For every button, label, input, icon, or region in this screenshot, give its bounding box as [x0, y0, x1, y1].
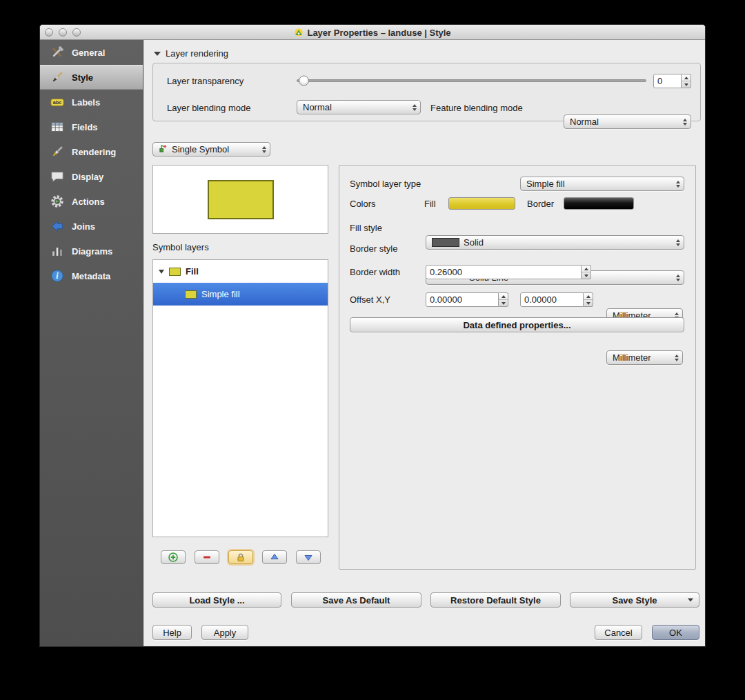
offset-y-value: 0.00000: [524, 294, 557, 305]
screen: Layer Properties – landuse | Style Gener…: [0, 0, 745, 700]
move-down-button[interactable]: [296, 550, 321, 564]
sidebar-item-label: General: [72, 48, 105, 58]
fill-style-label: Fill style: [350, 223, 382, 233]
actions-gear-icon: [48, 193, 66, 210]
data-defined-properties-label: Data defined properties...: [463, 320, 570, 330]
sidebar-item-rendering[interactable]: Rendering: [40, 139, 143, 164]
apply-button[interactable]: Apply: [201, 625, 248, 640]
sidebar-item-style[interactable]: Style: [40, 65, 143, 90]
spin-down-button[interactable]: [499, 300, 508, 306]
symbol-layer-type-value: Simple fill: [526, 179, 565, 189]
select-arrows-icon: [683, 119, 687, 126]
sidebar-item-label: Metadata: [72, 271, 110, 281]
save-style-dropdown-icon[interactable]: [688, 599, 693, 602]
layer-rendering-title: Layer rendering: [166, 48, 228, 59]
symbol-preview-square: [208, 180, 274, 219]
symbol-layers-tree: Fill Simple fill: [152, 259, 328, 537]
cancel-button[interactable]: Cancel: [595, 625, 642, 640]
sidebar-item-label: Actions: [72, 197, 105, 207]
border-width-value: 0.26000: [430, 267, 462, 277]
select-arrows-icon: [676, 239, 680, 246]
colors-label: Colors: [350, 199, 376, 209]
border-style-label: Border style: [350, 243, 397, 254]
sidebar-item-diagrams[interactable]: Diagrams: [40, 239, 143, 263]
collapse-triangle-icon[interactable]: [154, 52, 161, 56]
offset-label: Offset X,Y: [350, 294, 390, 305]
spin-up-button[interactable]: [584, 293, 593, 300]
select-arrows-icon: [413, 104, 417, 111]
lock-color-button[interactable]: [228, 550, 253, 564]
move-up-button[interactable]: [262, 550, 287, 564]
titlebar[interactable]: Layer Properties – landuse | Style: [40, 25, 705, 40]
layer-rendering-header: Layer rendering: [154, 48, 228, 59]
spin-up-button[interactable]: [582, 266, 590, 272]
fill-style-select[interactable]: Solid: [426, 235, 684, 250]
joins-arrow-icon: [48, 218, 66, 234]
spin-down-button[interactable]: [582, 272, 590, 279]
single-symbol-icon: [159, 144, 168, 155]
renderer-select[interactable]: Single Symbol: [152, 142, 270, 157]
content: Layer rendering Layer transparency 0 La: [143, 40, 705, 646]
data-defined-properties-button[interactable]: Data defined properties...: [350, 317, 684, 332]
symbol-layer-type-label: Symbol layer type: [350, 179, 421, 189]
qgis-logo-icon: [294, 28, 304, 37]
save-style-button[interactable]: Save Style: [570, 592, 699, 608]
select-arrows-icon: [676, 181, 680, 188]
spin-up-button[interactable]: [499, 293, 508, 300]
spin-down-button[interactable]: [584, 300, 593, 306]
border-width-spinbox: 0.26000: [426, 265, 591, 279]
load-style-button[interactable]: Load Style ...: [152, 592, 281, 608]
sidebar-item-metadata[interactable]: i Metadata: [40, 263, 143, 288]
offset-y-field[interactable]: 0.00000: [520, 292, 584, 307]
arrow-up-icon: [269, 552, 280, 563]
spin-down-button[interactable]: [682, 81, 691, 88]
help-label: Help: [163, 628, 181, 638]
tree-expand-triangle-icon[interactable]: [159, 270, 164, 274]
svg-text:abc: abc: [53, 99, 62, 106]
border-width-field[interactable]: 0.26000: [426, 265, 582, 279]
remove-symbol-layer-button[interactable]: [195, 550, 219, 564]
layer-transparency-value-field[interactable]: 0: [653, 74, 682, 88]
symbol-layer-type-select[interactable]: Simple fill: [520, 177, 684, 191]
save-as-default-button[interactable]: Save As Default: [291, 592, 421, 608]
select-arrows-icon: [262, 146, 266, 153]
sidebar-item-actions[interactable]: Actions: [40, 189, 143, 214]
feature-blending-mode-select[interactable]: Normal: [564, 114, 691, 129]
spin-up-button[interactable]: [682, 74, 691, 81]
layer-blending-mode-select[interactable]: Normal: [297, 100, 421, 114]
layer-blending-mode-label: Layer blending mode: [167, 103, 250, 113]
sidebar-item-joins[interactable]: Joins: [40, 214, 143, 239]
spin-stepper: [499, 292, 508, 307]
sidebar-item-labels[interactable]: abc Labels: [40, 90, 143, 114]
fill-color-button[interactable]: [448, 197, 515, 210]
select-arrows-icon: [676, 274, 680, 281]
help-button[interactable]: Help: [152, 625, 192, 640]
apply-label: Apply: [214, 628, 237, 638]
layer-transparency-slider[interactable]: [297, 79, 646, 82]
offset-x-field[interactable]: 0.00000: [426, 292, 499, 307]
lock-icon: [235, 552, 246, 563]
tree-row-simple-fill[interactable]: Simple fill: [153, 283, 328, 306]
sidebar-item-general[interactable]: General: [40, 40, 143, 65]
sidebar-item-display[interactable]: Display: [40, 164, 143, 189]
sidebar-item-label: Labels: [72, 97, 100, 108]
rendering-icon: [48, 143, 66, 160]
sidebar-item-fields[interactable]: Fields: [40, 114, 143, 139]
fill-swatch-icon: [169, 268, 181, 276]
symbol-preview: [152, 165, 328, 234]
select-arrows-icon: [675, 354, 679, 361]
layer-transparency-value: 0: [657, 76, 662, 86]
restore-default-style-button[interactable]: Restore Default Style: [430, 592, 561, 608]
ok-label: OK: [669, 628, 682, 638]
tree-row-fill-label: Fill: [186, 266, 199, 277]
spin-stepper: [584, 292, 593, 307]
add-symbol-layer-button[interactable]: [161, 550, 186, 564]
slider-thumb[interactable]: [299, 76, 309, 86]
offset-unit-select[interactable]: Millimeter: [606, 350, 683, 365]
window-title: Layer Properties – landuse | Style: [307, 28, 450, 38]
ok-button[interactable]: OK: [652, 625, 699, 640]
style-icon: [48, 69, 66, 86]
tree-row-fill[interactable]: Fill: [153, 260, 328, 283]
border-color-button[interactable]: [564, 197, 634, 210]
spin-stepper: [682, 74, 691, 88]
